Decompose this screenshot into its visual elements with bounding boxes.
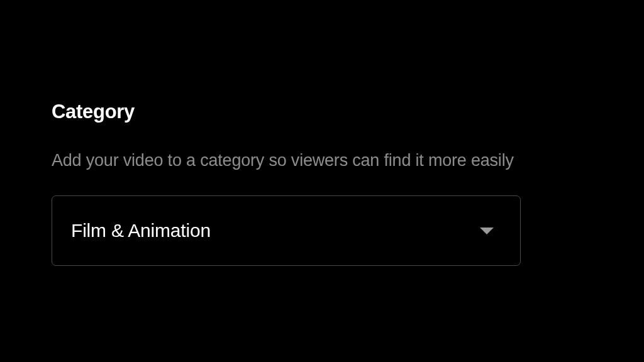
selected-value: Film & Animation xyxy=(71,220,211,241)
category-section: Category Add your video to a category so… xyxy=(0,0,644,266)
category-select[interactable]: Film & Animation xyxy=(52,195,521,266)
section-description: Add your video to a category so viewers … xyxy=(52,150,592,172)
section-heading: Category xyxy=(52,101,592,123)
chevron-down-icon xyxy=(480,228,494,234)
